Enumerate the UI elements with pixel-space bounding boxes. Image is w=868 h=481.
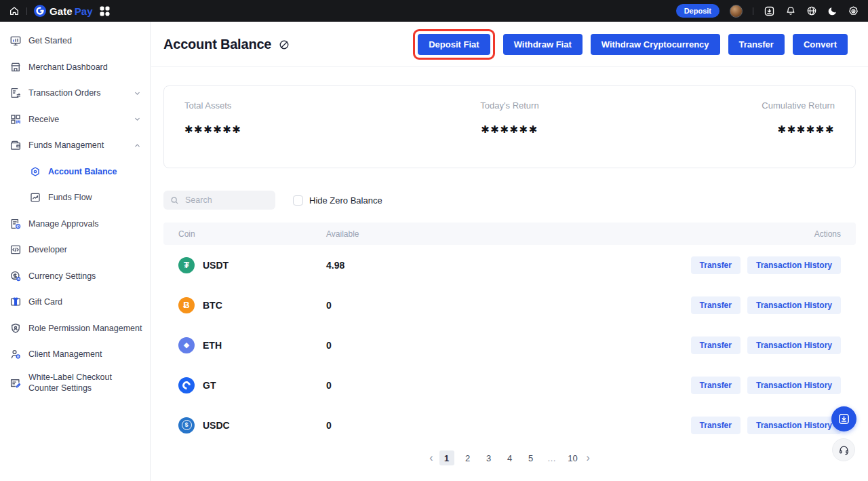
row-actions: Transfer Transaction History (691, 296, 841, 314)
column-header-actions: Actions (814, 229, 841, 239)
column-header-available: Available (326, 229, 814, 239)
coin-name: BTC (203, 300, 222, 311)
row-transfer-button[interactable]: Transfer (691, 336, 741, 354)
qr-receive-icon (9, 113, 22, 126)
search-input[interactable] (184, 195, 269, 206)
home-icon[interactable] (9, 5, 20, 16)
download-tray-icon[interactable] (764, 5, 775, 17)
sidebar-item-receive[interactable]: Receive (0, 107, 150, 133)
stat-value-masked: ✱✱✱✱✱✱ (618, 123, 835, 136)
row-transaction-history-button[interactable]: Transaction History (747, 296, 841, 314)
row-transfer-button[interactable]: Transfer (691, 417, 741, 434)
sidebar-item-client-management[interactable]: Client Management (0, 341, 150, 368)
table-row-btc: Ƀ BTC 0 Transfer Transaction History (163, 285, 856, 325)
convert-button[interactable]: Convert (793, 34, 848, 55)
pagination-page-1[interactable]: 1 (439, 450, 454, 465)
brand-pay: Pay (75, 5, 93, 17)
row-transaction-history-button[interactable]: Transaction History (747, 336, 841, 354)
row-transfer-button[interactable]: Transfer (691, 256, 741, 274)
coin-hexagon-icon (29, 166, 41, 178)
available-balance: 0 (326, 380, 691, 391)
table-header: Coin Available Actions (163, 223, 856, 245)
hide-balance-eye-icon[interactable] (279, 39, 290, 50)
coin-glyph: $ (182, 420, 192, 430)
sidebar-item-funds-management[interactable]: Funds Management (0, 132, 150, 159)
pagination-page-2[interactable]: 2 (460, 450, 475, 465)
sidebar-item-label: Transaction Orders (28, 88, 101, 98)
settings-icon[interactable] (848, 5, 859, 17)
sidebar-item-label: Manage Approvals (28, 219, 99, 229)
pagination-page-3[interactable]: 3 (481, 450, 496, 465)
hide-zero-checkbox[interactable] (293, 195, 303, 206)
floating-download-button[interactable] (831, 406, 856, 431)
transfer-button[interactable]: Transfer (728, 34, 785, 55)
pagination-prev-icon[interactable]: ‹ (429, 452, 433, 464)
stat-value-masked: ✱✱✱✱✱✱ (401, 123, 618, 136)
eth-coin-icon: ◆ (178, 337, 195, 353)
gate-pay-logo[interactable]: GatePay (34, 5, 93, 17)
available-balance: 4.98 (326, 260, 691, 271)
pagination-page-5[interactable]: 5 (524, 450, 538, 465)
table-row-gt: GT 0 Transfer Transaction History (163, 365, 856, 405)
available-balance: 0 (326, 420, 691, 431)
withdraw-cryptocurrency-button[interactable]: Withdraw Cryptocurrency (591, 34, 720, 55)
row-transaction-history-button[interactable]: Transaction History (747, 256, 841, 274)
row-transaction-history-button[interactable]: Transaction History (747, 417, 841, 434)
row-actions: Transfer Transaction History (691, 336, 841, 354)
sidebar-item-funds-flow[interactable]: Funds Flow (0, 185, 150, 211)
usdt-coin-icon: ₮ (178, 257, 195, 273)
sidebar-item-label: Funds Management (28, 140, 104, 150)
sidebar-item-get-started[interactable]: Get Started (0, 28, 150, 54)
sidebar-item-merchant-dashboard[interactable]: Merchant Dashboard (0, 54, 150, 81)
sidebar-item-account-balance[interactable]: Account Balance (0, 159, 150, 185)
coin-cell: ◆ ETH (178, 337, 326, 353)
row-transaction-history-button[interactable]: Transaction History (747, 377, 841, 394)
sidebar-item-manage-approvals[interactable]: Manage Approvals (0, 211, 150, 237)
usdc-coin-icon: $ (178, 417, 195, 434)
search-box[interactable] (163, 191, 275, 210)
sidebar-item-label: Developer (28, 245, 67, 254)
funds-flow-chart-icon (29, 191, 41, 204)
sidebar-item-label: Client Management (28, 349, 102, 359)
headset-icon (838, 444, 850, 456)
sidebar-item-role-permission-management[interactable]: Role Permission Management (0, 315, 150, 342)
orders-document-icon (9, 87, 22, 99)
sidebar-item-currency-settings[interactable]: Currency Settings (0, 263, 150, 290)
sidebar-item-transaction-orders[interactable]: Transaction Orders (0, 80, 150, 107)
dark-mode-moon-icon[interactable] (827, 6, 837, 16)
topbar-deposit-button[interactable]: Deposit (676, 4, 719, 18)
client-person-icon (9, 348, 22, 360)
floating-support-button[interactable] (832, 438, 855, 461)
sidebar-item-gift-card[interactable]: Gift Card (0, 289, 150, 315)
sidebar: Get Started Merchant Dashboard Transacti… (0, 22, 151, 481)
code-icon (9, 244, 22, 256)
shield-person-icon (9, 322, 22, 334)
sidebar-item-white-label-checkout-counter-settings[interactable]: White-Label Checkout Counter Settings (0, 368, 150, 399)
notifications-bell-icon[interactable] (785, 5, 796, 16)
withdraw-fiat-button[interactable]: Withdraw Fiat (503, 34, 583, 55)
stat-label: Cumulative Return (618, 100, 835, 111)
filter-row: Hide Zero Balance (163, 191, 856, 210)
sidebar-item-developer[interactable]: Developer (0, 237, 150, 263)
row-transfer-button[interactable]: Transfer (691, 296, 741, 314)
pagination-page-4[interactable]: 4 (502, 450, 517, 465)
topbar-divider (26, 7, 27, 15)
monitor-icon (9, 35, 22, 47)
user-avatar[interactable] (730, 5, 743, 18)
sidebar-item-label: Role Permission Management (28, 324, 142, 333)
row-actions: Transfer Transaction History (691, 256, 841, 274)
apps-grid-icon[interactable] (100, 6, 110, 16)
stat-label: Total Assets (184, 100, 401, 111)
column-header-coin: Coin (178, 229, 326, 239)
topbar-left: GatePay (9, 5, 110, 17)
language-globe-icon[interactable] (806, 5, 817, 16)
row-transfer-button[interactable]: Transfer (691, 377, 741, 394)
chevron-down-icon (134, 90, 141, 97)
pagination-page-10[interactable]: 10 (566, 450, 580, 465)
pagination-next-icon[interactable]: › (587, 452, 590, 464)
hide-zero-balance-toggle[interactable]: Hide Zero Balance (293, 195, 382, 206)
sidebar-item-label: Get Started (28, 36, 72, 45)
deposit-fiat-button[interactable]: Deposit Fiat (418, 34, 490, 55)
stat-value-masked: ✱✱✱✱✱✱ (184, 123, 401, 136)
sidebar-item-label: Currency Settings (28, 271, 96, 281)
